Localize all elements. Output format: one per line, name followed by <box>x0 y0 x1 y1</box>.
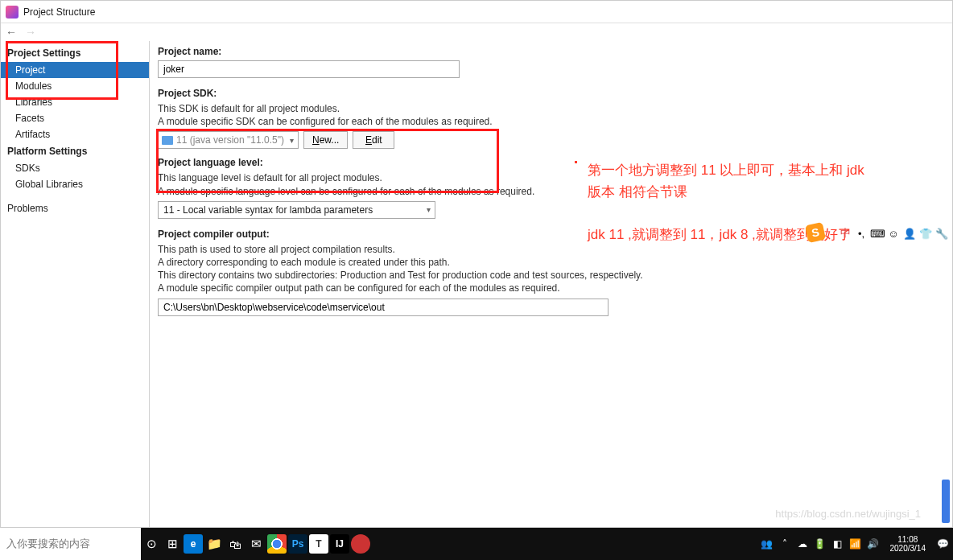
ime-toolbar: 中 •, ⌨ ☺ 👤 👕 🔧 <box>839 227 948 240</box>
tray-app-icon[interactable]: ◧ <box>831 528 845 560</box>
ime-emoji-icon[interactable]: ☺ <box>887 227 900 240</box>
photoshop-icon[interactable]: Ps <box>287 528 308 560</box>
project-name-input[interactable] <box>158 60 460 78</box>
sdk-desc-2: A module specific SDK can be configured … <box>158 115 944 128</box>
sdk-desc-1: This SDK is default for all project modu… <box>158 102 944 115</box>
sidebar-group-platform-settings: Platform Settings <box>1 142 149 160</box>
window-title: Project Structure <box>23 6 95 18</box>
sidebar-item-facets[interactable]: Facets <box>1 110 149 126</box>
sidebar-group-project-settings: Project Settings <box>1 44 149 62</box>
ime-tool-icon[interactable]: 🔧 <box>935 227 948 240</box>
taskview-icon[interactable]: ⊞ <box>162 528 183 560</box>
lang-value: 11 - Local variable syntax for lambda pa… <box>163 204 373 216</box>
ime-punct-icon[interactable]: •, <box>855 227 868 240</box>
ime-keyboard-icon[interactable]: ⌨ <box>871 227 884 240</box>
app-icon-2[interactable] <box>350 528 371 560</box>
scrollbar-indicator <box>942 480 950 523</box>
tray-people-icon[interactable]: 👥 <box>760 528 774 560</box>
clock-date: 2020/3/14 <box>890 544 926 554</box>
edit-sdk-button[interactable]: Edit <box>353 131 394 149</box>
sidebar-item-global-libraries[interactable]: Global Libraries <box>1 176 149 192</box>
back-arrow-icon[interactable]: ← <box>6 26 17 39</box>
language-level-combo[interactable]: 11 - Local variable syntax for lambda pa… <box>158 201 435 219</box>
annotation-dot <box>575 161 577 163</box>
compiler-desc-2: A directory corresponding to each module… <box>158 256 944 269</box>
tray-chevron-icon[interactable]: ˄ <box>778 528 792 560</box>
sidebar: Project Settings Project Modules Librari… <box>1 41 150 527</box>
forward-arrow-icon: → <box>25 26 36 39</box>
tray-volume-icon[interactable]: 🔊 <box>866 528 881 560</box>
ime-user-icon[interactable]: 👤 <box>903 227 916 240</box>
taskbar-clock[interactable]: 11:08 2020/3/14 <box>884 535 933 554</box>
store-icon[interactable]: 🛍 <box>225 528 245 560</box>
folder-icon <box>162 136 173 145</box>
search-placeholder: 入你要搜索的内容 <box>6 537 90 551</box>
sidebar-item-libraries[interactable]: Libraries <box>1 94 149 110</box>
compiler-output-input[interactable] <box>158 299 609 316</box>
content-panel: Project name: Project SDK: This SDK is d… <box>150 41 952 527</box>
sidebar-item-problems[interactable]: Problems <box>1 200 149 216</box>
tray-onedrive-icon[interactable]: ☁ <box>795 528 810 560</box>
sidebar-item-artifacts[interactable]: Artifacts <box>1 126 149 142</box>
new-sdk-button[interactable]: New... <box>303 131 348 149</box>
sidebar-item-sdks[interactable]: SDKs <box>1 160 149 176</box>
project-sdk-combo[interactable]: 11 (java version "11.0.5") <box>158 131 299 149</box>
system-tray: 👥 ˄ ☁ 🔋 ◧ 📶 🔊 11:08 2020/3/14 💬 <box>760 528 954 560</box>
titlebar: Project Structure <box>1 1 952 23</box>
project-structure-window: Project Structure ← → Project Settings P… <box>0 0 953 528</box>
annotation-text-1: 第一个地方调整到 11 以上即可，基本上和 jdk 版本 相符合节课 <box>588 159 877 203</box>
explorer-icon[interactable]: 📁 <box>204 528 225 560</box>
taskbar: 入你要搜索的内容 ⊙ ⊞ e 📁 🛍 ✉ Ps T IJ 👥 ˄ ☁ 🔋 ◧ 📶… <box>0 528 953 560</box>
compiler-desc-3: This directory contains two subdirectori… <box>158 269 944 282</box>
taskbar-search[interactable]: 入你要搜索的内容 <box>0 528 141 560</box>
ime-shirt-icon[interactable]: 👕 <box>919 227 932 240</box>
sidebar-item-modules[interactable]: Modules <box>1 78 149 94</box>
sogou-ime-icon[interactable]: S <box>805 222 826 243</box>
sdk-value: 11 (java version "11.0.5") <box>176 134 284 146</box>
dialog-body: Project Settings Project Modules Librari… <box>1 41 952 527</box>
compiler-desc-4: A module specific compiler output path c… <box>158 282 944 294</box>
app-icon <box>6 6 19 19</box>
ime-cn-icon[interactable]: 中 <box>839 227 852 240</box>
project-name-label: Project name: <box>158 46 944 57</box>
edge-icon[interactable]: e <box>183 528 204 560</box>
project-sdk-label: Project SDK: <box>158 88 944 99</box>
typora-icon[interactable]: T <box>308 528 329 560</box>
mail-icon[interactable]: ✉ <box>245 528 266 560</box>
clock-time: 11:08 <box>897 535 918 545</box>
cortana-icon[interactable]: ⊙ <box>141 528 162 560</box>
nav-toolbar: ← → <box>1 23 952 41</box>
intellij-icon[interactable]: IJ <box>329 528 350 560</box>
tray-wifi-icon[interactable]: 📶 <box>848 528 863 560</box>
notifications-icon[interactable]: 💬 <box>935 528 950 560</box>
chrome-icon[interactable] <box>266 528 287 560</box>
sidebar-item-project[interactable]: Project <box>1 62 149 78</box>
tray-battery-icon[interactable]: 🔋 <box>813 528 827 560</box>
